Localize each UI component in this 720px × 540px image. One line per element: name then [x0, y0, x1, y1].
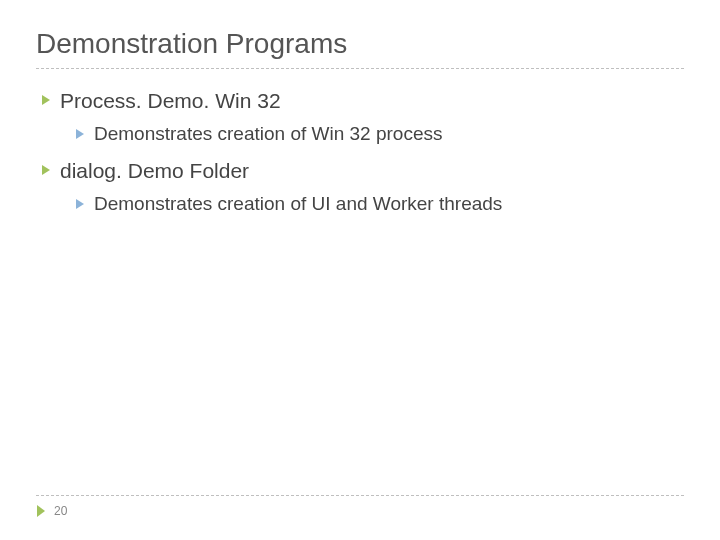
- slide-footer: 20: [36, 495, 684, 518]
- sub-list: Demonstrates creation of UI and Worker t…: [60, 193, 684, 215]
- list-item-label: Demonstrates creation of Win 32 process: [94, 123, 443, 144]
- list-item-label: dialog. Demo Folder: [60, 159, 249, 182]
- list-item: dialog. Demo Folder Demonstrates creatio…: [40, 159, 684, 215]
- title-divider: [36, 68, 684, 69]
- slide-title: Demonstration Programs: [36, 28, 684, 60]
- list-item: Process. Demo. Win 32 Demonstrates creat…: [40, 89, 684, 145]
- footer-divider: [36, 495, 684, 496]
- arrow-icon: [40, 94, 52, 106]
- arrow-icon: [40, 164, 52, 176]
- page-marker-icon: [36, 504, 46, 518]
- arrow-icon: [74, 128, 86, 140]
- list-item-label: Demonstrates creation of UI and Worker t…: [94, 193, 502, 214]
- arrow-icon: [74, 198, 86, 210]
- list-item: Demonstrates creation of UI and Worker t…: [74, 193, 684, 215]
- page-number: 20: [54, 504, 67, 518]
- sub-list: Demonstrates creation of Win 32 process: [60, 123, 684, 145]
- bullet-list: Process. Demo. Win 32 Demonstrates creat…: [36, 89, 684, 215]
- slide: Demonstration Programs Process. Demo. Wi…: [0, 0, 720, 540]
- list-item: Demonstrates creation of Win 32 process: [74, 123, 684, 145]
- list-item-label: Process. Demo. Win 32: [60, 89, 281, 112]
- footer-bar: 20: [36, 504, 684, 518]
